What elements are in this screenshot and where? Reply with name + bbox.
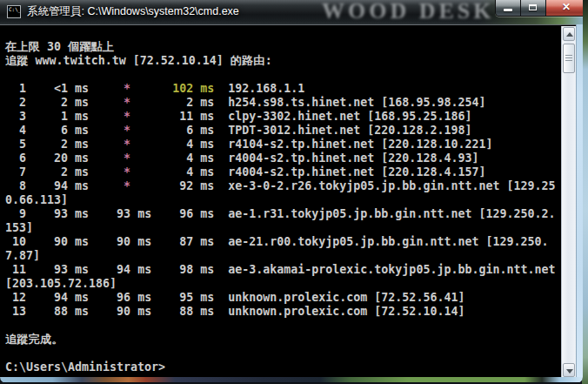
timeout-star: * (89, 179, 151, 192)
rtt-value: 90 ms (89, 305, 151, 318)
minimize-icon (504, 9, 512, 11)
rtt-value: 6 ms (26, 124, 89, 137)
close-button[interactable]: ✕ (546, 0, 583, 16)
rtt-value: 94 ms (26, 291, 89, 304)
close-icon: ✕ (546, 1, 583, 13)
prompt-line: C:\Users\Administrator> (5, 360, 165, 374)
rtt-value: 6 ms (151, 124, 214, 137)
rtt-value: 4 ms (151, 138, 214, 151)
trace-intro-line: 追蹤 www.twitch.tw [72.52.10.14] 的路由: (5, 54, 272, 67)
timeout-star: * (89, 165, 151, 179)
scroll-down-button[interactable] (563, 363, 575, 377)
rtt-value: 95 ms (151, 291, 214, 304)
console-output[interactable]: 在上限 30 個躍點上 追蹤 www.twitch.tw [72.52.10.1… (0, 25, 562, 374)
rtt-value: 4 ms (151, 165, 214, 179)
rtt-value: 88 ms (26, 305, 89, 318)
hop-line: 4 6 ms * 6 ms TPDT-3012.hinet.net [220.1… (5, 124, 471, 137)
rtt-value: 90 ms (89, 235, 151, 248)
hop-line: 1 <1 ms * 102 ms 192.168.1.1 (5, 82, 304, 95)
rtt-value: 87 ms (151, 235, 214, 248)
desktop-wallpaper-edge (582, 0, 588, 384)
desktop: { "desktop": { "wallpaper_text": "WOOD D… (0, 0, 588, 384)
rtt-value: 98 ms (151, 263, 214, 276)
timeout-star: * (89, 124, 151, 137)
hop-line: 5 2 ms * 4 ms r4104-s2.tp.hinet.net [220… (5, 138, 492, 151)
rtt-value: 94 ms (89, 263, 151, 276)
rtt-value: 20 ms (26, 152, 89, 165)
down-arrow-icon (566, 369, 573, 374)
timeout-star: * (89, 152, 151, 165)
rtt-value: 90 ms (26, 235, 89, 248)
rtt-value: 11 ms (151, 110, 214, 123)
timeout-star: * (89, 138, 151, 151)
rtt-value: 88 ms (151, 305, 214, 318)
hop-line: 8 94 ms * 92 ms xe-3-0-2.r26.tokyjp05.jp… (5, 179, 555, 206)
timeout-star: * (89, 82, 151, 95)
scrollbar-thumb[interactable] (563, 44, 575, 73)
rtt-value: 2 ms (26, 96, 89, 109)
rtt-value: 93 ms (26, 207, 89, 220)
rtt-value: <1 ms (26, 82, 89, 95)
rtt-value: 1 ms (26, 110, 89, 123)
hop-line: 12 94 ms 96 ms 95 ms unknown.prolexic.co… (5, 291, 464, 304)
wallpaper-text: WOOD DESK (322, 0, 495, 24)
rtt-value: 4 ms (151, 152, 214, 165)
rtt-value: 2 ms (26, 165, 89, 179)
rtt-value: 2 ms (151, 96, 214, 109)
rtt-value: 94 ms (26, 179, 89, 192)
rtt-value: 96 ms (89, 291, 151, 304)
maximize-button[interactable] (521, 0, 546, 16)
timeout-star: * (89, 96, 151, 109)
hop-line: 7 2 ms * 4 ms r4004-s2.tp.hinet.net [220… (5, 165, 485, 179)
rtt-value: 92 ms (151, 179, 214, 192)
title-bar[interactable]: WOOD DESK C:\_ 系統管理員: C:\Windows\system3… (0, 0, 583, 24)
cmd-icon[interactable]: C:\_ (7, 5, 21, 18)
hop-line: 10 90 ms 90 ms 87 ms ae-21.r00.tokyjp05.… (5, 235, 548, 262)
scroll-up-button[interactable] (563, 27, 575, 41)
hop-line: 11 93 ms 94 ms 98 ms ae-3.akamai-prolexi… (5, 263, 563, 290)
rtt-value: 93 ms (89, 207, 151, 220)
window-border-bottom (0, 377, 583, 383)
window-title: 系統管理員: C:\Windows\system32\cmd.exe (27, 0, 239, 24)
trace-complete-line: 追蹤完成。 (5, 333, 63, 346)
rtt-value: 96 ms (151, 207, 214, 220)
hop-line: 6 20 ms * 4 ms r4004-s2.tp.hinet.net [22… (5, 152, 478, 165)
caption-buttons: ✕ (495, 0, 583, 17)
maximize-icon (529, 4, 537, 10)
timeout-star: * (89, 110, 151, 123)
rtt-value: 2 ms (26, 138, 89, 151)
window-border-right (576, 24, 583, 377)
cmd-window: WOOD DESK C:\_ 系統管理員: C:\Windows\system3… (0, 0, 583, 383)
hop-line: 9 93 ms 93 ms 96 ms ae-1.r31.tokyjp05.jp… (5, 207, 555, 234)
rtt-value: 102 ms (151, 82, 214, 95)
thumb-grip-icon (565, 55, 572, 63)
hop-line: 2 2 ms * 2 ms h254.s98.ts.hinet.net [168… (5, 96, 485, 109)
rtt-value: 93 ms (26, 263, 89, 276)
trace-intro-line: 在上限 30 個躍點上 (5, 40, 114, 53)
hop-line: 3 1 ms * 11 ms clpy-3302.hinet.net [168.… (5, 110, 471, 123)
console-client-area: 在上限 30 個躍點上 追蹤 www.twitch.tw [72.52.10.1… (0, 24, 576, 377)
vertical-scrollbar[interactable] (561, 26, 576, 378)
minimize-button[interactable] (496, 0, 521, 16)
hop-line: 13 88 ms 90 ms 88 ms unknown.prolexic.co… (5, 305, 464, 318)
up-arrow-icon (566, 32, 573, 37)
